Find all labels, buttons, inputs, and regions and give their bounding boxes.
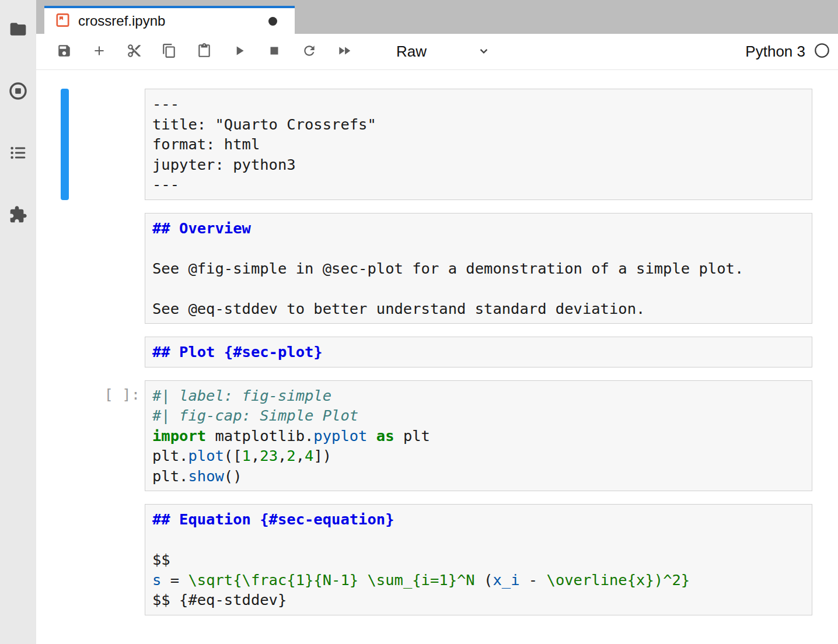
tab-title: crossref.ipynb xyxy=(78,13,165,29)
notebook-toolbar: Raw Python 3 xyxy=(36,34,838,70)
code-line xyxy=(152,278,805,299)
code-line: import matplotlib.pyplot as plt xyxy=(152,426,805,446)
cell-type-value: Raw xyxy=(396,43,427,61)
clipboard-icon xyxy=(197,43,212,61)
interrupt-kernel-button[interactable] xyxy=(267,44,282,60)
cell-collapser[interactable] xyxy=(61,504,69,615)
code-line: format: html xyxy=(152,134,805,155)
cell-editor[interactable]: ---title: "Quarto Crossrefs"format: html… xyxy=(145,89,812,200)
code-line: ## Equation {#sec-equation} xyxy=(152,509,805,530)
cell-markdown[interactable]: ## Plot {#sec-plot} xyxy=(61,337,812,368)
unsaved-changes-indicator[interactable] xyxy=(268,17,277,26)
puzzle-icon xyxy=(9,205,27,226)
execution-prompt xyxy=(69,504,145,615)
code-line: jupyter: python3 xyxy=(152,155,805,175)
cell-code[interactable]: [ ]:#| label: fig-simple#| fig-cap: Simp… xyxy=(61,380,812,492)
cell-editor[interactable]: ## Overview See @fig-simple in @sec-plot… xyxy=(145,213,812,324)
kernel-status-icon xyxy=(814,43,830,61)
cell-markdown[interactable]: ## Equation {#sec-equation} $$s = \sqrt{… xyxy=(61,504,812,615)
cut-cells-button[interactable] xyxy=(127,44,142,60)
sidebar-tab-running-sessions[interactable] xyxy=(0,71,36,113)
sidebar-tab-table-of-contents[interactable] xyxy=(0,133,36,175)
paste-cells-button[interactable] xyxy=(197,44,212,60)
code-line: ## Plot {#sec-plot} xyxy=(152,342,805,362)
cell-collapser[interactable] xyxy=(61,337,69,368)
code-line xyxy=(152,238,805,258)
folder-icon xyxy=(9,20,27,41)
fast-forward-icon xyxy=(337,43,352,61)
execution-prompt xyxy=(69,337,145,368)
code-line xyxy=(152,530,805,550)
code-line: --- xyxy=(152,94,805,114)
execution-prompt xyxy=(69,89,145,200)
cell-type-dropdown[interactable]: Raw xyxy=(396,43,491,61)
left-sidebar xyxy=(0,0,36,644)
save-icon xyxy=(57,43,72,61)
notebook-file-icon xyxy=(55,12,71,30)
play-icon xyxy=(232,43,247,61)
restart-kernel-button[interactable] xyxy=(302,44,317,60)
kernel-indicator: Python 3 xyxy=(745,43,838,61)
refresh-icon xyxy=(302,43,317,61)
restart-run-all-button[interactable] xyxy=(337,44,352,60)
execution-prompt: [ ]: xyxy=(69,380,145,492)
code-line: --- xyxy=(152,174,805,195)
plus-icon xyxy=(92,43,107,61)
run-cell-button[interactable] xyxy=(232,44,247,60)
code-line: title: "Quarto Crossrefs" xyxy=(152,114,805,135)
copy-icon xyxy=(162,43,177,61)
code-line: #| label: fig-simple xyxy=(152,386,805,406)
stop-icon xyxy=(267,43,282,61)
code-line: #| fig-cap: Simple Plot xyxy=(152,405,805,426)
cell-editor[interactable]: ## Plot {#sec-plot} xyxy=(145,337,812,368)
code-line: $$ xyxy=(152,550,805,570)
code-line: plt.show() xyxy=(152,466,805,487)
notebook-panel: ---title: "Quarto Crossrefs"format: html… xyxy=(36,70,838,644)
insert-cell-button[interactable] xyxy=(92,44,107,60)
code-line: See @fig-simple in @sec-plot for a demon… xyxy=(152,258,805,279)
code-line: plt.plot([1,23,2,4]) xyxy=(152,446,805,466)
cell-collapser[interactable] xyxy=(61,213,69,324)
cell-list: ---title: "Quarto Crossrefs"format: html… xyxy=(36,89,838,615)
scissors-icon xyxy=(127,43,142,61)
cell-collapser[interactable] xyxy=(61,89,69,200)
code-line: $$ {#eq-stddev} xyxy=(152,590,805,610)
list-icon xyxy=(9,144,27,164)
execution-prompt xyxy=(69,213,145,324)
tab-crossref-ipynb[interactable]: crossref.ipynb xyxy=(44,6,295,34)
tab-bar: crossref.ipynb xyxy=(36,0,838,34)
code-line: s = \sqrt{\frac{1}{N-1} \sum_{i=1}^N (x_… xyxy=(152,570,805,590)
running-sessions-icon xyxy=(8,81,28,103)
chevron-down-icon xyxy=(427,43,491,61)
save-button[interactable] xyxy=(57,44,72,60)
cell-editor[interactable]: #| label: fig-simple#| fig-cap: Simple P… xyxy=(145,380,812,492)
sidebar-tab-file-browser[interactable] xyxy=(0,9,36,51)
cell-editor[interactable]: ## Equation {#sec-equation} $$s = \sqrt{… xyxy=(145,504,812,615)
code-line: See @eq-stddev to better understand stan… xyxy=(152,299,805,319)
kernel-name[interactable]: Python 3 xyxy=(745,43,805,61)
cell-collapser[interactable] xyxy=(61,380,69,492)
code-line: ## Overview xyxy=(152,218,805,239)
cell-markdown[interactable]: ## Overview See @fig-simple in @sec-plot… xyxy=(61,213,812,324)
cell-raw[interactable]: ---title: "Quarto Crossrefs"format: html… xyxy=(61,89,812,200)
copy-cells-button[interactable] xyxy=(162,44,177,60)
sidebar-tab-extensions[interactable] xyxy=(0,195,36,237)
